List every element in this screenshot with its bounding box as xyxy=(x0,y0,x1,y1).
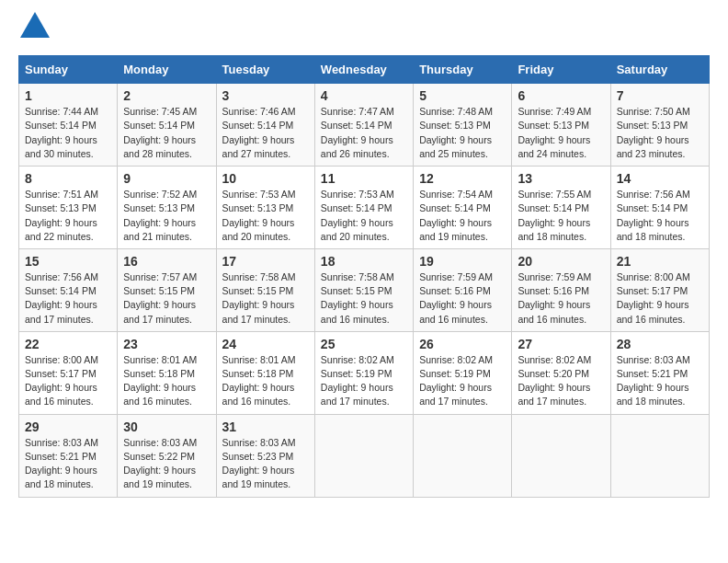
calendar-cell-day-17: 17 Sunrise: 7:58 AMSunset: 5:15 PMDaylig… xyxy=(216,248,314,331)
calendar-cell-day-25: 25 Sunrise: 8:02 AMSunset: 5:19 PMDaylig… xyxy=(314,331,413,414)
calendar-cell-day-18: 18 Sunrise: 7:58 AMSunset: 5:15 PMDaylig… xyxy=(314,248,413,331)
day-number: 31 xyxy=(222,419,309,434)
day-number: 8 xyxy=(25,171,111,186)
logo xyxy=(18,18,50,40)
day-info: Sunrise: 8:02 AMSunset: 5:19 PMDaylight:… xyxy=(321,353,407,409)
day-info: Sunrise: 7:59 AMSunset: 5:16 PMDaylight:… xyxy=(419,270,506,327)
header-thursday: Thursday xyxy=(414,56,512,84)
day-number: 4 xyxy=(321,88,407,103)
day-number: 16 xyxy=(123,254,210,269)
calendar-cell-day-8: 8 Sunrise: 7:51 AMSunset: 5:13 PMDayligh… xyxy=(19,167,118,249)
day-number: 3 xyxy=(222,88,309,103)
day-number: 10 xyxy=(222,171,309,186)
calendar-cell-day-21: 21 Sunrise: 8:00 AMSunset: 5:17 PMDaylig… xyxy=(610,248,709,331)
calendar-cell-day-26: 26 Sunrise: 8:02 AMSunset: 5:19 PMDaylig… xyxy=(414,331,512,414)
header-tuesday: Tuesday xyxy=(216,56,314,84)
calendar-cell-day-3: 3 Sunrise: 7:46 AMSunset: 5:14 PMDayligh… xyxy=(216,84,314,167)
day-info: Sunrise: 7:56 AMSunset: 5:14 PMDaylight:… xyxy=(25,270,111,327)
day-number: 7 xyxy=(617,88,703,103)
day-info: Sunrise: 7:52 AMSunset: 5:13 PMDaylight:… xyxy=(123,188,210,244)
calendar-cell-day-31: 31 Sunrise: 8:03 AMSunset: 5:23 PMDaylig… xyxy=(216,414,314,497)
svg-marker-0 xyxy=(20,12,50,38)
day-info: Sunrise: 7:54 AMSunset: 5:14 PMDaylight:… xyxy=(419,188,506,244)
header-wednesday: Wednesday xyxy=(314,56,413,84)
calendar-row: 1 Sunrise: 7:44 AMSunset: 5:14 PMDayligh… xyxy=(19,84,710,167)
day-number: 6 xyxy=(518,88,604,103)
calendar-cell-day-30: 30 Sunrise: 8:03 AMSunset: 5:22 PMDaylig… xyxy=(118,414,216,497)
day-number: 5 xyxy=(419,88,506,103)
calendar-cell-day-27: 27 Sunrise: 8:02 AMSunset: 5:20 PMDaylig… xyxy=(512,331,610,414)
calendar-cell-empty xyxy=(414,414,512,497)
day-info: Sunrise: 7:58 AMSunset: 5:15 PMDaylight:… xyxy=(321,270,407,327)
calendar-cell-day-16: 16 Sunrise: 7:57 AMSunset: 5:15 PMDaylig… xyxy=(118,248,216,331)
calendar-cell-day-6: 6 Sunrise: 7:49 AMSunset: 5:13 PMDayligh… xyxy=(512,84,610,167)
day-info: Sunrise: 8:01 AMSunset: 5:18 PMDaylight:… xyxy=(222,353,309,409)
day-number: 25 xyxy=(321,337,407,351)
day-info: Sunrise: 8:00 AMSunset: 5:17 PMDaylight:… xyxy=(25,353,111,409)
day-number: 13 xyxy=(518,171,604,186)
calendar-cell-day-5: 5 Sunrise: 7:48 AMSunset: 5:13 PMDayligh… xyxy=(414,84,512,167)
day-info: Sunrise: 8:03 AMSunset: 5:21 PMDaylight:… xyxy=(25,436,111,492)
header-sunday: Sunday xyxy=(19,56,118,84)
day-number: 14 xyxy=(617,171,703,186)
day-number: 30 xyxy=(123,419,210,434)
day-info: Sunrise: 8:03 AMSunset: 5:21 PMDaylight:… xyxy=(617,353,703,409)
calendar-row: 8 Sunrise: 7:51 AMSunset: 5:13 PMDayligh… xyxy=(19,167,710,249)
day-number: 15 xyxy=(25,254,111,269)
day-number: 18 xyxy=(321,254,407,269)
day-number: 24 xyxy=(222,337,309,351)
day-number: 2 xyxy=(123,88,210,103)
header-monday: Monday xyxy=(118,56,216,84)
calendar-cell-day-14: 14 Sunrise: 7:56 AMSunset: 5:14 PMDaylig… xyxy=(610,167,709,249)
day-info: Sunrise: 7:57 AMSunset: 5:15 PMDaylight:… xyxy=(123,270,210,327)
day-number: 29 xyxy=(25,419,111,434)
day-number: 12 xyxy=(419,171,506,186)
calendar-cell-day-12: 12 Sunrise: 7:54 AMSunset: 5:14 PMDaylig… xyxy=(414,167,512,249)
day-info: Sunrise: 7:45 AMSunset: 5:14 PMDaylight:… xyxy=(123,105,210,161)
day-info: Sunrise: 8:00 AMSunset: 5:17 PMDaylight:… xyxy=(617,270,703,327)
day-info: Sunrise: 8:03 AMSunset: 5:22 PMDaylight:… xyxy=(123,436,210,492)
day-info: Sunrise: 7:44 AMSunset: 5:14 PMDaylight:… xyxy=(25,105,111,161)
calendar-cell-day-1: 1 Sunrise: 7:44 AMSunset: 5:14 PMDayligh… xyxy=(19,84,118,167)
day-info: Sunrise: 7:53 AMSunset: 5:14 PMDaylight:… xyxy=(321,188,407,244)
day-info: Sunrise: 7:50 AMSunset: 5:13 PMDaylight:… xyxy=(617,105,703,161)
day-number: 28 xyxy=(617,337,703,351)
calendar-cell-day-29: 29 Sunrise: 8:03 AMSunset: 5:21 PMDaylig… xyxy=(19,414,118,497)
calendar-cell-day-11: 11 Sunrise: 7:53 AMSunset: 5:14 PMDaylig… xyxy=(314,167,413,249)
day-info: Sunrise: 7:59 AMSunset: 5:16 PMDaylight:… xyxy=(518,270,604,327)
day-number: 23 xyxy=(123,337,210,351)
day-number: 21 xyxy=(617,254,703,269)
calendar-cell-day-9: 9 Sunrise: 7:52 AMSunset: 5:13 PMDayligh… xyxy=(118,167,216,249)
day-info: Sunrise: 8:01 AMSunset: 5:18 PMDaylight:… xyxy=(123,353,210,409)
day-info: Sunrise: 8:02 AMSunset: 5:20 PMDaylight:… xyxy=(518,353,604,409)
calendar-cell-day-22: 22 Sunrise: 8:00 AMSunset: 5:17 PMDaylig… xyxy=(19,331,118,414)
calendar-header-row: Sunday Monday Tuesday Wednesday Thursday… xyxy=(19,56,710,84)
calendar-cell-day-28: 28 Sunrise: 8:03 AMSunset: 5:21 PMDaylig… xyxy=(610,331,709,414)
calendar-row: 29 Sunrise: 8:03 AMSunset: 5:21 PMDaylig… xyxy=(19,414,710,497)
header-saturday: Saturday xyxy=(610,56,709,84)
day-number: 22 xyxy=(25,337,111,351)
page-header xyxy=(18,18,710,40)
day-number: 1 xyxy=(25,88,111,103)
day-number: 9 xyxy=(123,171,210,186)
calendar-cell-day-19: 19 Sunrise: 7:59 AMSunset: 5:16 PMDaylig… xyxy=(414,248,512,331)
day-info: Sunrise: 7:56 AMSunset: 5:14 PMDaylight:… xyxy=(617,188,703,244)
day-number: 20 xyxy=(518,254,604,269)
day-info: Sunrise: 8:02 AMSunset: 5:19 PMDaylight:… xyxy=(419,353,506,409)
calendar-cell-day-4: 4 Sunrise: 7:47 AMSunset: 5:14 PMDayligh… xyxy=(314,84,413,167)
day-info: Sunrise: 7:58 AMSunset: 5:15 PMDaylight:… xyxy=(222,270,309,327)
day-info: Sunrise: 7:53 AMSunset: 5:13 PMDaylight:… xyxy=(222,188,309,244)
day-info: Sunrise: 7:51 AMSunset: 5:13 PMDaylight:… xyxy=(25,188,111,244)
day-info: Sunrise: 7:49 AMSunset: 5:13 PMDaylight:… xyxy=(518,105,604,161)
day-number: 27 xyxy=(518,337,604,351)
calendar-cell-day-23: 23 Sunrise: 8:01 AMSunset: 5:18 PMDaylig… xyxy=(118,331,216,414)
calendar-cell-day-10: 10 Sunrise: 7:53 AMSunset: 5:13 PMDaylig… xyxy=(216,167,314,249)
header-friday: Friday xyxy=(512,56,610,84)
calendar-cell-empty xyxy=(314,414,413,497)
day-info: Sunrise: 7:48 AMSunset: 5:13 PMDaylight:… xyxy=(419,105,506,161)
day-number: 17 xyxy=(222,254,309,269)
calendar-cell-empty xyxy=(610,414,709,497)
day-number: 26 xyxy=(419,337,506,351)
calendar-cell-day-15: 15 Sunrise: 7:56 AMSunset: 5:14 PMDaylig… xyxy=(19,248,118,331)
day-number: 11 xyxy=(321,171,407,186)
